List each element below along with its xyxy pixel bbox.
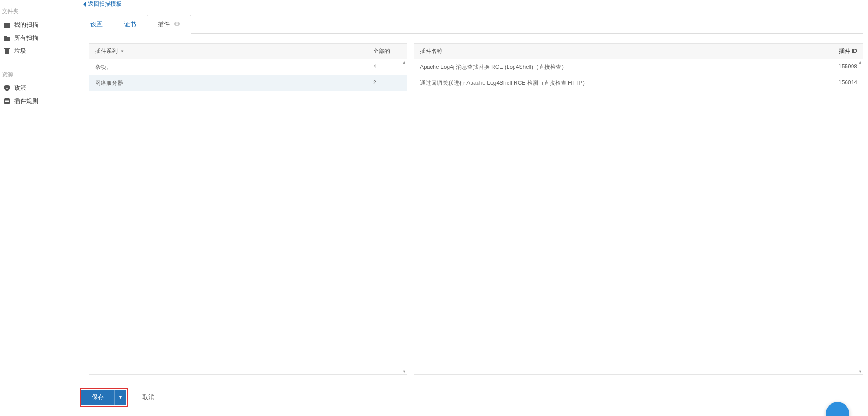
column-header-all[interactable]: 全部的	[373, 47, 401, 55]
plugin-id: 155998	[820, 63, 857, 71]
sidebar-item-policies[interactable]: 政策	[0, 82, 75, 95]
scroll-down-icon[interactable]: ▼	[402, 369, 406, 374]
panel-body: 杂项。 4 网络服务器 2	[89, 59, 407, 374]
trash-icon	[4, 48, 10, 54]
plugin-name: 通过回调关联进行 Apache Log4Shell RCE 检测（直接检查 HT…	[420, 79, 820, 87]
plugin-name: Apache Log4j 消息查找替换 RCE (Log4Shell)（直接检查…	[420, 63, 820, 71]
save-dropdown-button[interactable]: ▼	[114, 390, 126, 405]
sidebar-item-plugin-rules[interactable]: 插件规则	[0, 95, 75, 108]
save-button[interactable]: 保存	[81, 390, 114, 405]
tab-label: 插件	[158, 21, 170, 28]
sidebar-item-my-scans[interactable]: 我的扫描	[0, 18, 75, 31]
sidebar-item-label: 所有扫描	[14, 34, 38, 42]
back-link[interactable]: 返回扫描模板	[80, 0, 863, 15]
series-name: 杂项。	[95, 63, 373, 71]
tab-label: 证书	[124, 21, 136, 28]
sidebar-item-label: 插件规则	[14, 97, 38, 105]
sidebar-section-resources: 资源	[0, 68, 75, 82]
sidebar-item-label: 政策	[14, 84, 26, 92]
series-row-misc[interactable]: 杂项。 4	[89, 59, 407, 75]
scroll-down-icon[interactable]: ▼	[858, 369, 862, 374]
series-count: 2	[373, 79, 401, 87]
plugin-row[interactable]: Apache Log4j 消息查找替换 RCE (Log4Shell)（直接检查…	[414, 59, 863, 75]
chevron-left-icon	[82, 1, 86, 7]
folder-icon	[4, 22, 10, 28]
svg-point-3	[176, 23, 177, 25]
tab-settings[interactable]: 设置	[80, 15, 113, 34]
sidebar-item-label: 我的扫描	[14, 21, 38, 29]
plugin-row[interactable]: 通过回调关联进行 Apache Log4Shell RCE 检测（直接检查 HT…	[414, 75, 863, 91]
sidebar-item-trash[interactable]: 垃圾	[0, 45, 75, 58]
eye-icon	[174, 21, 180, 28]
column-header-name[interactable]: 插件名称	[420, 47, 820, 55]
series-name: 网络服务器	[95, 79, 373, 87]
plugin-icon	[4, 98, 10, 104]
series-row-webserver[interactable]: 网络服务器 2	[89, 75, 407, 91]
back-link-label: 返回扫描模板	[88, 0, 122, 8]
series-count: 4	[373, 63, 401, 71]
tabs: 设置 证书 插件	[80, 15, 863, 34]
tab-label: 设置	[90, 21, 103, 28]
panel-header: 插件系列 ▼ 全部的	[89, 44, 407, 59]
sidebar-item-all-scans[interactable]: 所有扫描	[0, 31, 75, 45]
footer: 保存 ▼ 取消	[80, 375, 863, 416]
svg-rect-1	[5, 100, 9, 101]
column-header-id[interactable]: 插件 ID	[820, 47, 857, 55]
main-content: 返回扫描模板 设置 证书 插件 插件系列 ▼	[75, 0, 868, 416]
shield-icon	[4, 85, 10, 91]
panel-body: Apache Log4j 消息查找替换 RCE (Log4Shell)（直接检查…	[414, 59, 863, 374]
cancel-button[interactable]: 取消	[142, 393, 154, 401]
column-header-series[interactable]: 插件系列 ▼	[95, 47, 373, 55]
folder-icon	[4, 35, 10, 41]
sidebar-section-folders: 文件夹	[0, 5, 75, 18]
panel-header: 插件名称 插件 ID	[414, 44, 863, 59]
tab-credentials[interactable]: 证书	[113, 15, 147, 34]
save-button-group: 保存 ▼	[80, 388, 128, 407]
plugin-list-panel: 插件名称 插件 ID ▲ Apache Log4j 消息查找替换 RCE (Lo…	[414, 43, 863, 375]
panels: 插件系列 ▼ 全部的 ▲ 杂项。 4 网络服务器 2	[80, 34, 863, 375]
sidebar: 文件夹 我的扫描 所有扫描 垃圾 资源 政策	[0, 0, 75, 416]
plugin-id: 156014	[820, 79, 857, 87]
sort-arrow-icon: ▼	[120, 49, 124, 53]
sidebar-item-label: 垃圾	[14, 47, 26, 55]
svg-rect-2	[5, 101, 9, 102]
plugin-series-panel: 插件系列 ▼ 全部的 ▲ 杂项。 4 网络服务器 2	[89, 43, 407, 375]
tab-plugins[interactable]: 插件	[147, 15, 191, 34]
